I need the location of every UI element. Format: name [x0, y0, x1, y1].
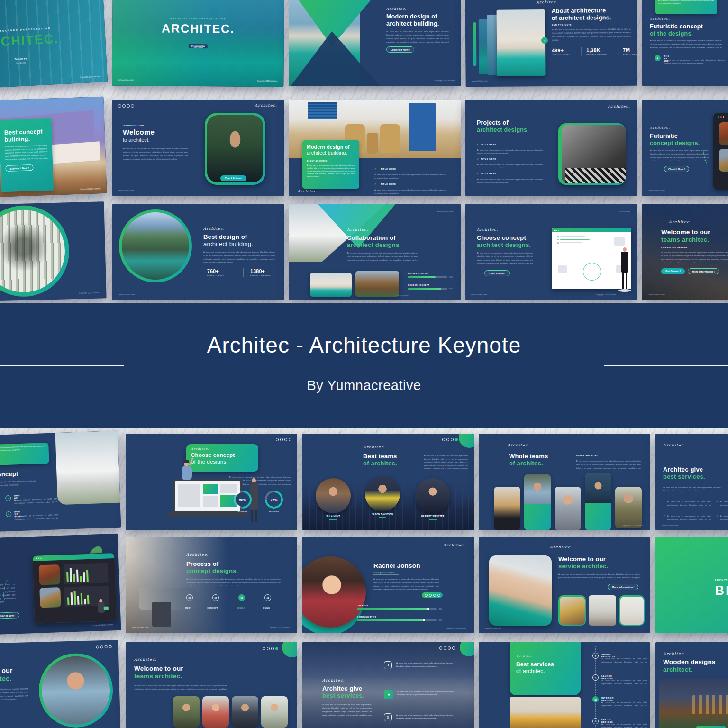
product-title: Architec - Architecture Keynote: [0, 332, 728, 358]
explore-button[interactable]: Explore It Now !: [5, 164, 33, 172]
body-text: At vero eos et accusamus et iusto odio d…: [0, 582, 16, 605]
slide-welcome-teams[interactable]: Architec. Welcome to ourteams architec. …: [126, 642, 297, 728]
slide-best-design[interactable]: Architec. Best design ofarchitect buildi…: [112, 204, 284, 300]
slide-modern-design-interior[interactable]: Modern design ofarchitect building. ABOU…: [289, 100, 461, 196]
stat-working-hours: 489+WORKING HOURS: [552, 47, 576, 56]
slide-title: About architectureof architect designs.: [552, 7, 632, 22]
body-text: At vero eos et accusamus et iusto odio d…: [123, 147, 188, 164]
chevron-right-icon[interactable]: ›: [541, 37, 548, 44]
website-link[interactable]: www.architec.com: [119, 293, 135, 296]
get-started-button[interactable]: Get Started !: [661, 268, 685, 274]
shadow: [618, 289, 631, 292]
website-link[interactable]: www.architec.com: [132, 626, 148, 628]
member-card: [615, 487, 642, 528]
body-text: At vero eos et accusamus et iusto odio d…: [347, 251, 418, 261]
slide-title: Welcome to ourteams architec.: [134, 665, 183, 680]
tooltip-note: At vero eos et accusamus et iusto odio d…: [0, 443, 49, 465]
more-info-button[interactable]: More Information !: [688, 268, 719, 274]
explore-button[interactable]: Explore It Now !: [386, 46, 414, 53]
slide-futuristic-designs[interactable]: Architec. Futuristicconcept designs. At …: [642, 100, 728, 196]
slide-about-architecture[interactable]: › Architec. About architectureof archite…: [465, 0, 637, 87]
slide-welcome-member[interactable]: Welcome to ourteams architec. At vero eo…: [0, 640, 121, 728]
item-text: At vero eos et accusamus et iusto odio d…: [396, 713, 453, 721]
website-link[interactable]: www.architec.com: [649, 293, 665, 296]
slide-member-profile[interactable]: Architec. Rachel Jonson Manager of Archi…: [302, 537, 474, 633]
check-button[interactable]: Check It Now !: [220, 175, 246, 181]
ring-chart: [583, 263, 601, 281]
brand-logo-script: Architec.: [203, 227, 225, 231]
slide-dashboard-charts[interactable]: At vero eos et accusamus et iusto odio d…: [0, 534, 121, 637]
slide-services-checks[interactable]: Architec. Architec givebest services. At…: [655, 434, 728, 530]
slide-what-we-do[interactable]: At vero eos et accusamus et iusto odio d…: [0, 431, 121, 534]
product-author: By Yumnacreative: [0, 378, 728, 393]
corner-circle-decoration: [282, 642, 297, 657]
slide-welcome-teams-cta[interactable]: Architec. Welcome to ourteams architec. …: [642, 204, 728, 300]
website-link[interactable]: www.architec.com: [471, 293, 487, 296]
chart-button[interactable]: Chart It Now !: [0, 612, 19, 619]
slide-best-services-timeline[interactable]: Architec. Best servicesof architec. ★ AW…: [479, 642, 650, 728]
slide-service[interactable]: Architec. Welcome to ourservice architec…: [479, 537, 650, 633]
photo-wood-house: [355, 271, 399, 297]
slide-wooden-designs[interactable]: Architec. Wooden designsarchitect. At ve…: [655, 642, 728, 728]
tooltip-note: At vero eos et accusamus et iusto odio d…: [655, 0, 717, 14]
key-icon: ⚙: [384, 713, 392, 721]
member-photo: [365, 476, 400, 511]
slide-futuristic-concept[interactable]: At vero eos et accusamus et iusto odio d…: [642, 0, 728, 86]
slide-process-timeline[interactable]: Architec. Process ofconcept designs. At …: [126, 537, 297, 633]
chart-button[interactable]: Chart It Now !: [664, 166, 689, 172]
slide-circle-atrium[interactable]: Copyright 2020 architec: [0, 201, 107, 302]
website-link[interactable]: www.architec.com: [655, 626, 728, 628]
app-window: [32, 553, 117, 624]
slide-choose-concept-window[interactable]: 2020 architec Architec. Choose conceptar…: [465, 204, 637, 300]
slide-title: Welcome: [123, 128, 155, 136]
title-here-item: ✓ TITLE HERE At vero eos et accusamus et…: [374, 163, 446, 179]
rocket-icon: ➔: [384, 661, 392, 669]
website-link[interactable]: www.architec.com: [485, 627, 501, 629]
presenter-name: Deni Davies: [655, 615, 728, 617]
check-item: ✓At vero eos et accusamus et iusto odio …: [663, 500, 711, 508]
bar-chart: [64, 563, 109, 584]
slide-projects[interactable]: Architec. Projects ofarchitect designs. …: [465, 100, 637, 196]
step-02: 02: [212, 594, 219, 601]
chart-button[interactable]: Chart It Now !: [484, 270, 510, 276]
item-text: At vero eos et accusamus et iusto odio d…: [601, 722, 647, 728]
copyright: Copyright 2020 architec: [446, 627, 466, 629]
title-panel: Architec. Best servicesof architec.: [510, 642, 581, 695]
slide-cover-corridor[interactable]: ARCHITECTURE PRESENTATION ARCHITEC. Pres…: [0, 0, 108, 91]
divider: [581, 47, 582, 56]
slide-cover-pool[interactable]: Architec. ARCHITECTURE PRESENTATION ARCH…: [112, 0, 284, 87]
slide-break[interactable]: Architec. ARCHITECTURE PRESENTATION BREA…: [655, 537, 728, 633]
window-dots: [718, 116, 724, 118]
slide-title: Welcome to ourservice architec.: [558, 555, 608, 570]
instagram-icon: [448, 646, 451, 650]
skill-creative: CREATIVE 90%: [357, 605, 447, 610]
device-panel: [713, 113, 728, 190]
website-link[interactable]: www.architec.com: [472, 80, 488, 82]
member-photo: [415, 478, 450, 513]
more-info-button[interactable]: More Information !: [608, 584, 638, 590]
slide-services-photo[interactable]: Architec. Architec givebest services. At…: [302, 642, 474, 728]
slide-whole-teams[interactable]: Architec. Whole teamsof architec. TEAMS …: [479, 434, 650, 530]
facebook-icon: [439, 646, 443, 650]
brand-logo-script: Architec.: [477, 228, 498, 232]
template-preview-collage: ARCHITECTURE PRESENTATION ARCHITEC. Pres…: [0, 0, 728, 728]
website-link[interactable]: www.architec.com: [437, 210, 453, 213]
slide-collaboration[interactable]: www.architec.com Architec. Collaboration…: [289, 204, 461, 300]
website-link[interactable]: www.architec.com: [118, 79, 134, 81]
check-item: ✓At vero eos et accusamus et iusto odio …: [716, 500, 728, 508]
slide-choose-concept-illustration[interactable]: Architec. Choose conceptof the designs. …: [126, 434, 297, 530]
slide-welcome-intro[interactable]: Architec. INTRODUCTION Welcome to archit…: [112, 100, 284, 196]
leg: [255, 510, 257, 522]
timeline: 01 02 03 04 MEET CONCEPT DESIGN BUILD: [186, 594, 286, 615]
body-text: At vero eos et accusamus et iusto odio d…: [373, 577, 439, 590]
body-text: At vero eos et accusamus et iusto odio d…: [186, 577, 281, 586]
slide-best-concept[interactable]: Best conceptbuilding. At vero eos et acc…: [0, 97, 107, 200]
slide-best-teams[interactable]: Architec. Best teamsof architec. At vero…: [302, 434, 474, 530]
list-lines: [557, 236, 590, 246]
website-link[interactable]: www.architec.com: [662, 524, 678, 527]
website-link[interactable]: www.architec.com: [118, 189, 134, 191]
photo-atrium: [0, 209, 66, 293]
slide-modern-design-x[interactable]: Architec. Modern design ofarchitect buil…: [289, 0, 461, 86]
instagram-icon: [104, 645, 108, 648]
website-link[interactable]: www.architec.com: [649, 189, 665, 191]
